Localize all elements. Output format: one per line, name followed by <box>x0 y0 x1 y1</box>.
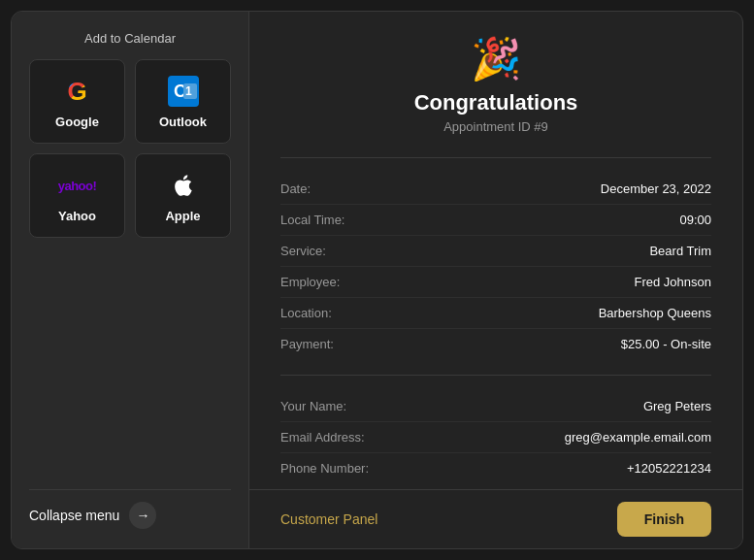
yahoo-calendar-button[interactable]: yahoo! Yahoo <box>29 153 125 238</box>
local-time-label: Local Time: <box>280 213 344 227</box>
right-content: 🎉 Congratulations Appointment ID #9 Date… <box>249 12 742 489</box>
appointment-details: Date: December 23, 2022 Local Time: 09:0… <box>280 157 711 359</box>
service-value: Beard Trim <box>649 244 711 258</box>
your-name-row: Your Name: Greg Peters <box>280 391 711 422</box>
apple-icon <box>166 168 201 203</box>
date-label: Date: <box>280 181 311 196</box>
local-time-row: Local Time: 09:00 <box>280 205 711 236</box>
party-icon: 🎉 <box>280 35 711 82</box>
your-name-value: Greg Peters <box>643 399 711 413</box>
location-value: Barbershop Queens <box>599 306 711 320</box>
svg-text:1: 1 <box>185 84 192 98</box>
location-label: Location: <box>280 306 332 320</box>
apple-label: Apple <box>165 209 200 223</box>
service-label: Service: <box>280 244 326 258</box>
yahoo-icon: yahoo! <box>60 168 95 203</box>
phone-label: Phone Number: <box>280 461 369 476</box>
outlook-label: Outlook <box>159 115 207 129</box>
employee-row: Employee: Fred Johnson <box>280 267 711 298</box>
employee-label: Employee: <box>280 275 340 289</box>
service-row: Service: Beard Trim <box>280 236 711 267</box>
payment-label: Payment: <box>280 337 334 351</box>
collapse-icon: → <box>129 502 156 529</box>
right-footer: Customer Panel Finish <box>249 489 742 548</box>
employee-value: Fred Johnson <box>635 275 712 289</box>
outlook-icon: O 1 <box>166 74 201 109</box>
email-value: greg@example.email.com <box>565 430 711 445</box>
modal-container: Add to Calendar G Google O 1 <box>11 11 743 549</box>
collapse-menu-button[interactable]: Collapse menu → <box>29 502 231 529</box>
google-calendar-button[interactable]: G Google <box>29 59 125 144</box>
phone-row: Phone Number: +12052221234 <box>280 453 711 483</box>
phone-value: +12052221234 <box>627 461 711 476</box>
google-label: Google <box>55 115 99 129</box>
finish-button[interactable]: Finish <box>617 502 711 537</box>
congrats-title: Congratulations <box>280 90 711 115</box>
payment-value: $25.00 - On-site <box>621 337 711 351</box>
collapse-label: Collapse menu <box>29 508 119 523</box>
left-divider <box>29 489 231 490</box>
google-icon: G <box>60 74 95 109</box>
email-row: Email Address: greg@example.email.com <box>280 422 711 453</box>
date-row: Date: December 23, 2022 <box>280 174 711 205</box>
email-label: Email Address: <box>280 430 365 445</box>
section-divider <box>280 375 711 376</box>
location-row: Location: Barbershop Queens <box>280 298 711 329</box>
payment-row: Payment: $25.00 - On-site <box>280 329 711 359</box>
local-time-value: 09:00 <box>679 213 711 227</box>
right-panel: 🎉 Congratulations Appointment ID #9 Date… <box>249 12 742 548</box>
calendar-buttons: G Google O 1 Outlook y <box>29 59 231 238</box>
outlook-calendar-button[interactable]: O 1 Outlook <box>135 59 231 144</box>
appointment-id: Appointment ID #9 <box>280 119 711 134</box>
add-to-calendar-title: Add to Calendar <box>29 31 231 46</box>
customer-details: Your Name: Greg Peters Email Address: gr… <box>280 391 711 483</box>
date-value: December 23, 2022 <box>601 181 711 196</box>
apple-calendar-button[interactable]: Apple <box>135 153 231 238</box>
customer-panel-button[interactable]: Customer Panel <box>280 511 377 527</box>
congrats-section: 🎉 Congratulations Appointment ID #9 <box>280 35 711 134</box>
your-name-label: Your Name: <box>280 399 346 413</box>
yahoo-label: Yahoo <box>58 209 96 223</box>
left-panel: Add to Calendar G Google O 1 <box>12 12 249 548</box>
